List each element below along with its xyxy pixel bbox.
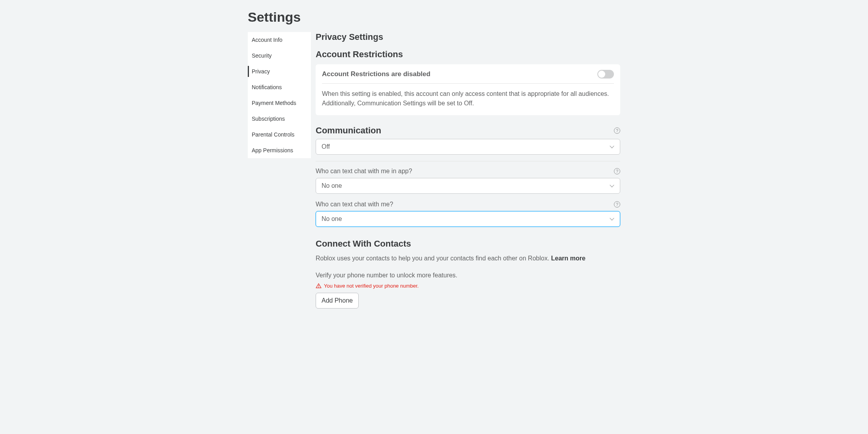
account-restrictions-card: Account Restrictions are disabled When t… (316, 64, 620, 115)
chevron-down-icon (610, 144, 614, 149)
warning-icon (316, 283, 322, 289)
chat-select[interactable]: No one (316, 211, 620, 227)
phone-warning-text: You have not verified your phone number. (324, 283, 419, 289)
chat-in-app-select[interactable]: No one (316, 178, 620, 194)
sidebar-item-privacy[interactable]: Privacy (248, 64, 311, 79)
chat-in-app-select-value: No one (322, 182, 342, 189)
chat-label: Who can text chat with me? (316, 201, 393, 208)
main-title: Privacy Settings (316, 32, 620, 42)
communication-select-value: Off (322, 143, 330, 150)
chevron-down-icon (610, 183, 614, 188)
help-icon[interactable]: ? (614, 127, 620, 134)
help-icon[interactable]: ? (614, 201, 620, 208)
account-restrictions-status: Account Restrictions are disabled (322, 70, 430, 78)
divider (316, 161, 620, 161)
sidebar-item-app-permissions[interactable]: App Permissions (248, 142, 311, 158)
learn-more-link[interactable]: Learn more (551, 255, 586, 262)
svg-point-1 (318, 287, 319, 287)
sidebar-item-security[interactable]: Security (248, 48, 311, 64)
account-restrictions-description: When this setting is enabled, this accou… (322, 84, 614, 108)
sidebar-item-parental-controls[interactable]: Parental Controls (248, 127, 311, 142)
contacts-description: Roblox uses your contacts to help you an… (316, 254, 620, 263)
sidebar-item-payment-methods[interactable]: Payment Methods (248, 95, 311, 111)
sidebar-item-notifications[interactable]: Notifications (248, 79, 311, 95)
chevron-down-icon (610, 217, 614, 221)
chat-select-value: No one (322, 215, 342, 223)
communication-select[interactable]: Off (316, 139, 620, 155)
chat-in-app-label: Who can text chat with me in app? (316, 168, 412, 175)
sidebar-item-account-info[interactable]: Account Info (248, 32, 311, 48)
settings-sidebar: Account Info Security Privacy Notificati… (248, 32, 311, 158)
add-phone-button[interactable]: Add Phone (316, 293, 359, 309)
contacts-heading: Connect With Contacts (316, 239, 620, 249)
sidebar-item-subscriptions[interactable]: Subscriptions (248, 111, 311, 127)
communication-heading: Communication (316, 125, 381, 136)
help-icon[interactable]: ? (614, 168, 620, 174)
account-restrictions-heading: Account Restrictions (316, 49, 620, 60)
main-panel: Privacy Settings Account Restrictions Ac… (316, 32, 620, 309)
account-restrictions-toggle[interactable] (597, 70, 614, 79)
page-title: Settings (248, 9, 620, 25)
verify-phone-text: Verify your phone number to unlock more … (316, 272, 620, 279)
